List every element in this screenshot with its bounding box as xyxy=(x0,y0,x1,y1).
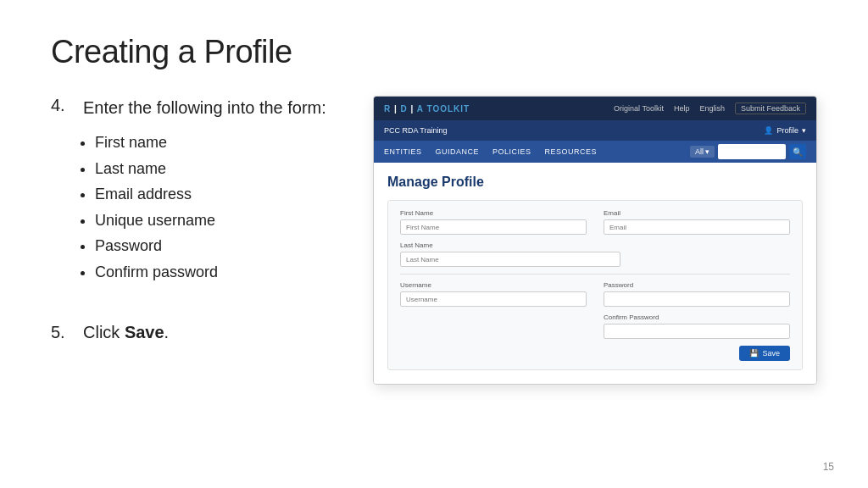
profile-label: Profile xyxy=(776,126,798,135)
help-link[interactable]: Help xyxy=(674,104,690,113)
page-number: 15 xyxy=(823,461,834,473)
form-row-4: Confirm Password xyxy=(400,313,790,339)
top-bar: R | D | A TOOLKIT Original Toolkit Help … xyxy=(374,97,816,120)
username-label: Username xyxy=(400,281,587,289)
password-input[interactable] xyxy=(604,291,790,307)
nav-profile[interactable]: 👤 Profile ▾ xyxy=(764,126,806,135)
username-group: Username xyxy=(400,281,587,307)
save-icon: 💾 xyxy=(749,349,759,358)
list-item: Confirm password xyxy=(95,259,339,286)
main-content: Manage Profile First Name Email xyxy=(374,163,816,384)
left-content: 4. Enter the following into the form: Fi… xyxy=(51,96,339,342)
list-item: Email address xyxy=(95,181,339,208)
first-name-group: First Name xyxy=(400,209,587,235)
search-icon: 🔍 xyxy=(793,147,803,157)
email-label: Email xyxy=(604,209,790,217)
language-link[interactable]: English xyxy=(699,104,725,113)
step4-text: Enter the following into the form: xyxy=(83,96,326,119)
menu-bar: ENTITIES GUIDANCE POLICIES RESOURCES All… xyxy=(374,141,816,163)
bullet-list: First name Last name Email address Uniqu… xyxy=(95,130,339,286)
last-name-group: Last Name xyxy=(400,241,790,267)
last-name-input[interactable] xyxy=(400,252,620,267)
list-item: First name xyxy=(95,130,339,156)
nav-bar: PCC RDA Training 👤 Profile ▾ xyxy=(374,120,816,141)
spacer-group xyxy=(400,313,587,339)
form-divider xyxy=(400,274,790,274)
slide: Creating a Profile 4. Enter the followin… xyxy=(0,0,868,488)
form-section: First Name Email Last Name xyxy=(387,200,803,370)
email-input[interactable] xyxy=(604,219,790,235)
step5: 5. Click Save. xyxy=(51,323,339,342)
list-item: Password xyxy=(95,233,339,259)
chevron-down-icon: ▾ xyxy=(705,147,709,156)
save-button[interactable]: 💾 Save xyxy=(739,346,790,361)
profile-icon: 👤 xyxy=(764,126,773,135)
step5-bold: Save xyxy=(125,323,164,341)
password-group: Password xyxy=(604,281,790,307)
form-row-1: First Name Email xyxy=(400,209,790,235)
menu-search-area: All ▾ 🔍 xyxy=(690,144,806,159)
manage-profile-title: Manage Profile xyxy=(387,175,803,190)
step4-header: 4. Enter the following into the form: xyxy=(51,96,339,119)
form-row-3: Username Password xyxy=(400,281,790,307)
last-name-label: Last Name xyxy=(400,241,790,249)
logo-toolkit: TOOLKIT xyxy=(426,104,470,114)
step5-suffix: . xyxy=(164,323,170,341)
dropdown-label: All xyxy=(695,147,704,156)
list-item: Unique username xyxy=(95,208,339,234)
app-mockup: R | D | A TOOLKIT Original Toolkit Help … xyxy=(373,96,817,385)
submit-feedback-button[interactable]: Submit Feedback xyxy=(735,103,806,114)
confirm-password-label: Confirm Password xyxy=(604,313,790,321)
search-input-box[interactable] xyxy=(718,144,786,159)
email-group: Email xyxy=(604,209,790,235)
step5-prefix: Click xyxy=(83,323,125,341)
nav-brand: PCC RDA Training xyxy=(384,126,448,135)
chevron-down-icon: ▾ xyxy=(802,126,806,135)
save-label: Save xyxy=(762,349,780,358)
first-name-label: First Name xyxy=(400,209,587,217)
step4-number: 4. xyxy=(51,96,71,119)
slide-title: Creating a Profile xyxy=(51,34,817,70)
step5-number: 5. xyxy=(51,323,71,342)
menu-dropdown[interactable]: All ▾ xyxy=(690,146,715,158)
logo-text: R | D | A TOOLKIT xyxy=(384,104,470,114)
menu-entities[interactable]: ENTITIES xyxy=(384,147,422,156)
menu-guidance[interactable]: GUIDANCE xyxy=(436,147,480,156)
form-row-2: Last Name xyxy=(400,241,790,267)
username-input[interactable] xyxy=(400,291,587,307)
original-toolkit-link[interactable]: Original Toolkit xyxy=(614,104,664,113)
password-label: Password xyxy=(604,281,790,289)
menu-resources[interactable]: RESOURCES xyxy=(545,147,598,156)
list-item: Last name xyxy=(95,156,339,182)
step5-text: Click Save. xyxy=(83,323,169,342)
menu-policies[interactable]: POLICIES xyxy=(492,147,531,156)
search-button[interactable]: 🔍 xyxy=(789,144,806,159)
confirm-password-group: Confirm Password xyxy=(604,313,790,339)
app-logo: R | D | A TOOLKIT xyxy=(384,104,470,114)
first-name-input[interactable] xyxy=(400,219,587,235)
confirm-password-input[interactable] xyxy=(604,324,790,339)
content-area: 4. Enter the following into the form: Fi… xyxy=(51,96,817,385)
top-bar-links: Original Toolkit Help English Submit Fee… xyxy=(614,103,806,114)
save-btn-row: 💾 Save xyxy=(400,346,790,361)
